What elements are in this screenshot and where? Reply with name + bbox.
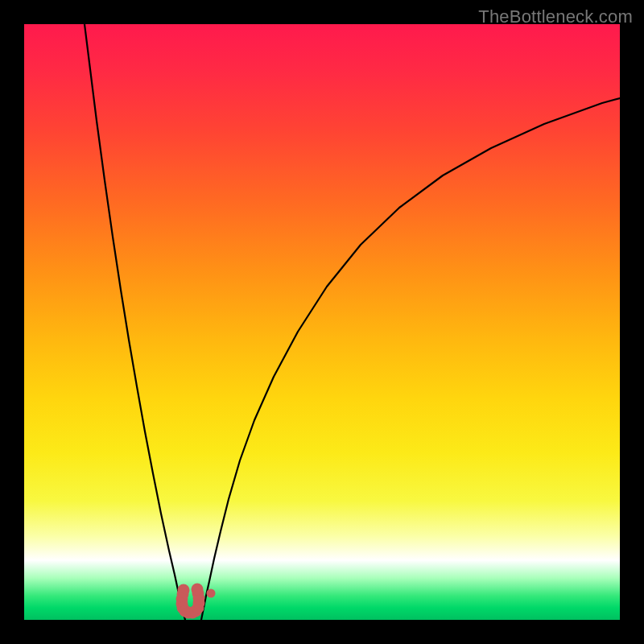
curve-group (85, 24, 620, 620)
curve-left-curve (85, 24, 185, 620)
marker-u-dot (192, 584, 204, 596)
marker-group (176, 584, 216, 619)
marker-side-dot (207, 589, 216, 598)
plot-area (24, 24, 620, 620)
chart-frame: TheBottleneck.com (0, 0, 644, 644)
curve-layer (24, 24, 620, 620)
curve-right-curve (201, 98, 620, 620)
